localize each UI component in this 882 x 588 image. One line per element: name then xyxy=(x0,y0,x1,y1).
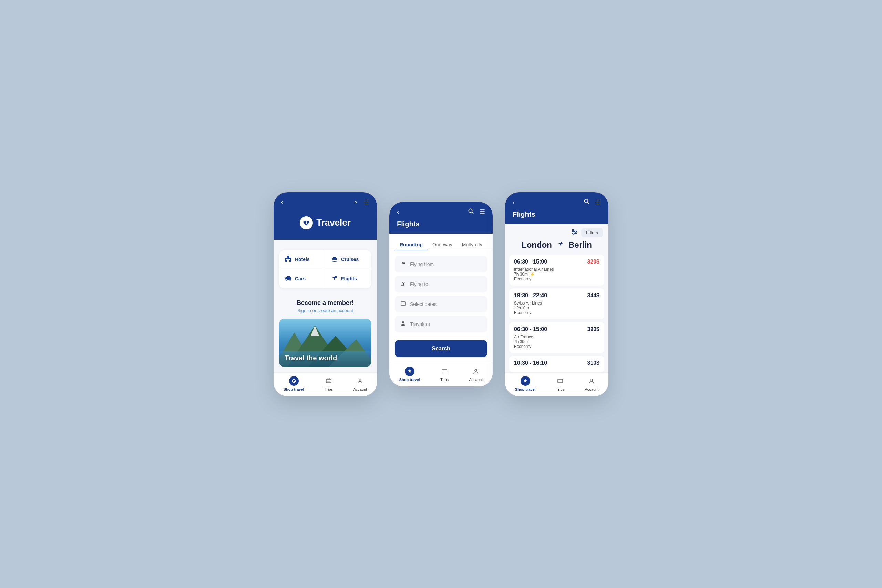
cars-label: Cars xyxy=(295,276,306,281)
flying-from-icon xyxy=(400,261,406,268)
flights-title-2: Flights xyxy=(389,220,493,234)
nav-shop-travel-label: Shop travel xyxy=(284,387,304,391)
flight-2-duration-text: 12h10m xyxy=(514,306,529,310)
shop-travel-icon-2 xyxy=(405,366,414,376)
nav-shop-travel[interactable]: Shop travel xyxy=(284,376,304,391)
phone3-header: ‹ ☰ Flights xyxy=(505,192,609,224)
tab-multicity[interactable]: Multy-city xyxy=(457,239,487,250)
svg-rect-5 xyxy=(287,260,290,262)
logo-area: Traveler xyxy=(273,209,377,240)
header-icons-right-3: ☰ xyxy=(584,198,601,206)
travel-image: Travel the world xyxy=(279,319,371,367)
tabs-row: Roundtrip One Way Multy-city xyxy=(389,234,493,250)
flight-card-4[interactable]: 10:30 - 16:10 310$ xyxy=(509,356,604,372)
flight-2-duration: 12h10m xyxy=(514,306,600,310)
filter-icon[interactable] xyxy=(571,228,578,237)
header-icons-right: ⚬ ☰ xyxy=(353,198,369,206)
phone-results: ‹ ☰ Flights xyxy=(505,192,609,396)
svg-line-32 xyxy=(588,202,590,204)
svg-rect-2 xyxy=(287,256,290,258)
nav2-shop-travel-label: Shop travel xyxy=(399,378,420,382)
flight-card-2-top: 19:30 - 22:40 344$ xyxy=(514,292,600,298)
svg-rect-29 xyxy=(442,370,447,373)
nav2-trips[interactable]: Trips xyxy=(440,366,449,382)
flight-card-1[interactable]: 06:30 - 15:00 320$ International Air Lin… xyxy=(509,255,604,285)
svg-point-40 xyxy=(591,379,592,381)
phone1-body: Hotels Cruises xyxy=(273,240,377,372)
phone1-nav: Shop travel Trips xyxy=(273,372,377,396)
nav-trips[interactable]: Trips xyxy=(324,376,333,391)
cars-icon xyxy=(285,274,292,284)
flight-3-duration: 7h 30m xyxy=(514,339,600,344)
svg-point-8 xyxy=(286,279,287,280)
member-section: Become a member! Sign in or create an ac… xyxy=(273,294,377,319)
cruises-label: Cruises xyxy=(341,256,358,262)
header-icons-right-2: ☰ xyxy=(468,208,485,216)
nav3-shop-travel[interactable]: Shop travel xyxy=(515,376,536,391)
filters-button[interactable]: Filters xyxy=(581,228,603,237)
nav3-account[interactable]: Accaunt xyxy=(585,376,599,391)
svg-point-38 xyxy=(573,233,574,234)
shop-travel-icon xyxy=(289,376,299,386)
category-hotels[interactable]: Hotels xyxy=(279,250,325,269)
phone1-header-top: ‹ ⚬ ☰ xyxy=(273,192,377,209)
flight-card-3[interactable]: 06:30 - 15:00 390$ Air France 7h 30m Eco… xyxy=(509,322,604,353)
travelers-field[interactable]: Travalers xyxy=(395,316,487,332)
flight-1-class: Economy xyxy=(514,277,600,281)
svg-point-28 xyxy=(402,321,404,324)
search-icon-2[interactable] xyxy=(468,208,474,216)
nav-account-label: Accaunt xyxy=(354,387,367,391)
dates-field[interactable]: Select dates xyxy=(395,296,487,312)
back-icon-3[interactable]: ‹ xyxy=(513,199,515,206)
flight-1-airline: International Air Lines xyxy=(514,267,600,272)
flying-to-field[interactable]: Flying to xyxy=(395,276,487,292)
svg-point-36 xyxy=(572,230,574,231)
category-cruises[interactable]: Cruises xyxy=(325,250,371,269)
nav-trips-label: Trips xyxy=(324,387,333,391)
category-cars[interactable]: Cars xyxy=(279,269,325,288)
flight-card-2[interactable]: 19:30 - 22:40 344$ Swiss Air Lines 12h10… xyxy=(509,288,604,320)
phone3-body: Filters London Berlin 06:30 - 15:00 320$ xyxy=(505,224,609,372)
search-button[interactable]: Search xyxy=(395,340,487,357)
flights-label: Flights xyxy=(341,276,357,281)
nav2-shop-travel[interactable]: Shop travel xyxy=(399,366,420,382)
flight-card-3-top: 06:30 - 15:00 390$ xyxy=(514,326,600,332)
svg-point-37 xyxy=(575,231,576,232)
flight-3-price: 390$ xyxy=(587,326,600,332)
search-icon[interactable]: ⚬ xyxy=(353,198,358,206)
svg-point-9 xyxy=(290,279,291,280)
flights-icon xyxy=(331,274,338,284)
svg-point-30 xyxy=(475,369,477,371)
nav2-account[interactable]: Accaunt xyxy=(469,366,483,382)
nav-account[interactable]: Accaunt xyxy=(354,376,367,391)
svg-point-0 xyxy=(306,222,308,224)
svg-rect-24 xyxy=(401,302,405,306)
phone1-header: ‹ ⚬ ☰ Traveler xyxy=(273,192,377,240)
menu-icon[interactable]: ☰ xyxy=(364,198,369,206)
svg-rect-19 xyxy=(327,381,330,382)
flight-2-price: 344$ xyxy=(587,292,600,298)
route-to: Berlin xyxy=(568,240,592,250)
nav3-trips[interactable]: Trips xyxy=(555,376,565,391)
phone2-header-top: ‹ ☰ xyxy=(389,202,493,220)
menu-icon-2[interactable]: ☰ xyxy=(480,208,485,216)
hotels-icon xyxy=(285,255,292,264)
flying-from-label: Flying from xyxy=(410,261,434,267)
route-header: London Berlin xyxy=(505,240,609,255)
phone-search: ‹ ☰ Flights Roundtrip One Way Multy-cit xyxy=(389,202,493,387)
account-icon-3 xyxy=(587,376,596,386)
menu-icon-3[interactable]: ☰ xyxy=(596,198,601,206)
tab-oneway[interactable]: One Way xyxy=(428,239,457,250)
member-subtitle[interactable]: Sign in or create an account xyxy=(279,308,371,313)
hotels-label: Hotels xyxy=(295,256,310,262)
back-icon[interactable]: ‹ xyxy=(281,198,283,206)
trips-icon xyxy=(324,376,333,386)
category-flights[interactable]: Flights xyxy=(325,269,371,288)
search-fields: Flying from Flying to xyxy=(389,250,493,338)
flying-from-field[interactable]: Flying from xyxy=(395,256,487,273)
back-icon-2[interactable]: ‹ xyxy=(397,208,399,216)
member-title: Become a member! xyxy=(279,299,371,307)
dates-icon xyxy=(400,301,406,308)
search-icon-3[interactable] xyxy=(584,198,590,206)
tab-roundtrip[interactable]: Roundtrip xyxy=(395,239,428,250)
